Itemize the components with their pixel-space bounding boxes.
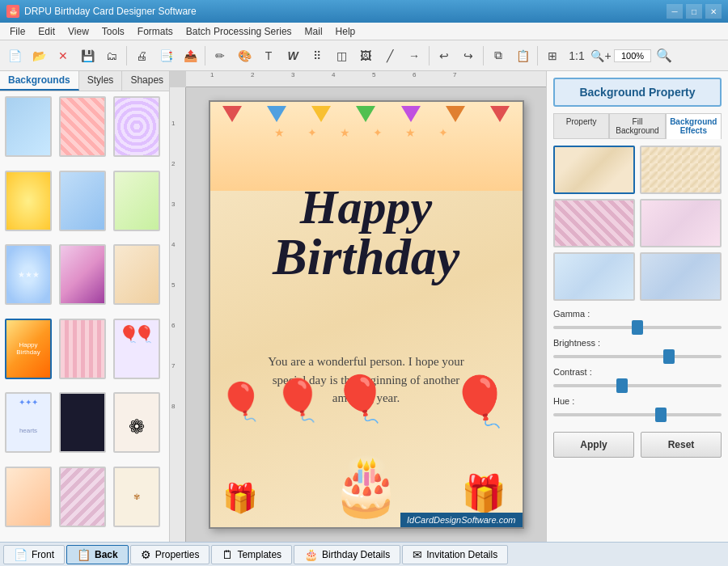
swatch-6[interactable] [640,252,722,301]
undo-button[interactable]: ↩ [433,44,455,67]
menu-help[interactable]: Help [329,24,362,39]
bg-thumb-9[interactable] [113,244,160,305]
table-button[interactable]: ⊞ [541,44,564,67]
birthday-text: Birthday [210,231,523,283]
bg-thumb-15[interactable]: ❁ [113,392,160,453]
left-panel: Backgrounds Styles Shapes ★★★ HappyBirth… [0,71,170,542]
tab-front[interactable]: 📄 Front [3,545,65,564]
hue-slider-row: Hue : [553,396,722,419]
pencil-button[interactable]: ✏ [209,44,231,67]
zoom-input[interactable] [614,49,651,62]
hue-slider[interactable] [553,413,722,416]
copy-button[interactable]: ⧉ [487,44,510,67]
barcode-button[interactable]: ⠿ [306,44,328,67]
bg-thumb-14[interactable] [59,392,106,453]
swatch-grid [553,146,722,301]
tab-property[interactable]: Property [553,113,609,139]
bg-thumb-17[interactable] [59,467,106,527]
close-button[interactable]: ✕ [705,4,722,19]
swatch-2[interactable] [640,146,722,194]
bg-thumb-13[interactable]: ✦✦✦ hearts [5,392,52,453]
thumbnails-grid: ★★★ HappyBirthday 🎈 🎈 ✦✦✦ hearts ❁ [0,91,169,542]
minimize-button[interactable]: ─ [667,4,683,19]
watermark-button[interactable]: ◫ [330,44,353,67]
brightness-slider-row: Brightness : [553,338,722,361]
menu-formats[interactable]: Formats [131,24,180,39]
tab-invitation-details[interactable]: ✉ Invitation Details [402,545,508,564]
wordart-button[interactable]: W [281,44,304,67]
tab-shapes[interactable]: Shapes [122,71,172,91]
bg-thumb-10[interactable]: HappyBirthday [5,319,52,379]
bg-thumb-2[interactable] [59,96,106,157]
contrast-slider[interactable] [553,384,722,387]
bg-thumb-1[interactable] [5,96,52,157]
bg-thumb-4[interactable] [5,171,52,231]
redo-button[interactable]: ↪ [457,44,480,67]
right-balloon: 🎈 [450,373,510,430]
back-icon: 📋 [77,548,91,561]
color-button[interactable]: 🎨 [233,44,256,67]
paste-button[interactable]: 📋 [511,44,534,67]
ratio-button[interactable]: 1:1 [565,44,588,67]
toolbar-sep-1 [126,46,127,65]
birthday-icon: 🎂 [304,548,318,561]
close-doc-button[interactable]: ✕ [52,44,74,67]
brightness-slider[interactable] [553,355,722,358]
happy-text: Happy [210,183,523,231]
clipart-button[interactable]: 🖼 [354,44,377,67]
tab-properties[interactable]: ⚙ Properties [130,545,210,564]
bg-thumb-3[interactable] [113,96,160,157]
tab-back[interactable]: 📋 Back [66,545,129,564]
bg-thumb-7[interactable]: ★★★ [5,244,52,305]
apply-button[interactable]: Apply [553,432,634,458]
menu-mail[interactable]: Mail [298,24,329,39]
menu-tools[interactable]: Tools [95,24,131,39]
swatch-1[interactable] [553,146,635,194]
menu-edit[interactable]: Edit [32,24,61,39]
menu-file[interactable]: File [3,24,32,39]
back-label: Back [95,549,118,560]
bg-thumb-18[interactable]: ✾ [113,467,160,527]
menu-view[interactable]: View [61,24,95,39]
print-prev-button[interactable]: 📑 [154,44,177,67]
print-button[interactable]: 🖨 [130,44,153,67]
bg-thumb-11[interactable] [59,319,106,379]
new-button[interactable]: 📄 [3,44,26,67]
gift-left: 🎁 [222,482,258,515]
bg-thumb-6[interactable] [113,171,160,231]
bg-thumb-8[interactable] [59,244,106,305]
brightness-label: Brightness : [553,338,722,348]
menu-batch[interactable]: Batch Processing Series [180,24,298,39]
menu-bar: File Edit View Tools Formats Batch Proce… [0,23,728,40]
line-button[interactable]: ╱ [379,44,401,67]
swatch-5[interactable] [553,252,635,301]
maximize-button[interactable]: □ [686,4,702,19]
bg-thumb-12[interactable]: 🎈 🎈 [113,319,160,379]
tab-templates[interactable]: 🗒 Templates [211,545,292,564]
contrast-label: Contrast : [553,367,722,377]
browse-button[interactable]: 🗂 [100,44,123,67]
swatch-3[interactable] [553,199,635,247]
swatch-4[interactable] [640,199,722,247]
tab-styles[interactable]: Styles [79,71,123,91]
bg-thumb-5[interactable] [59,171,106,231]
bg-thumb-16[interactable] [5,467,52,527]
toolbar-sep-3 [429,46,430,65]
gamma-label: Gamma : [553,309,722,319]
export-button[interactable]: 📤 [179,44,201,67]
gamma-slider[interactable] [553,326,722,329]
contrast-slider-row: Contrast : [553,367,722,390]
tab-backgrounds[interactable]: Backgrounds [0,71,79,91]
reset-button[interactable]: Reset [641,432,722,458]
canvas-area: 1 2 3 4 5 6 7 1 2 3 4 5 6 7 8 [170,71,546,542]
tab-fill-background[interactable]: Fill Background [609,113,665,139]
text-button[interactable]: T [257,44,280,67]
open-button[interactable]: 📂 [28,44,50,67]
save-button[interactable]: 💾 [76,44,99,67]
zoom-in-button[interactable]: 🔍+ [590,44,612,67]
zoom-out-button[interactable]: 🔍 [653,44,675,67]
tab-birthday-details[interactable]: 🎂 Birthday Details [294,545,400,564]
tab-background-effects[interactable]: Background Effects [666,113,722,139]
arrow-button[interactable]: → [403,44,425,67]
properties-label: Properties [155,549,200,560]
